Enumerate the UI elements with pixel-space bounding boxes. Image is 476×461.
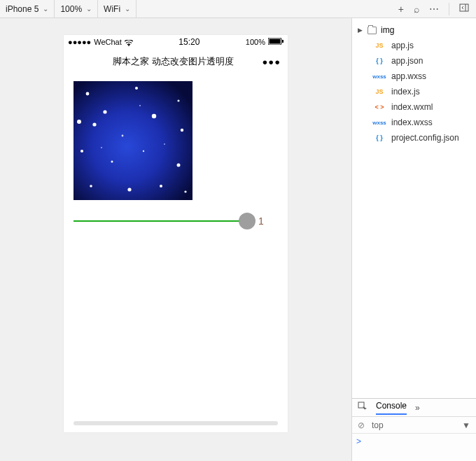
file-name: project.config.json xyxy=(391,133,459,143)
toggle-panel-icon[interactable] xyxy=(459,3,469,15)
file-type-icon: wxss xyxy=(372,73,387,80)
svg-point-14 xyxy=(181,129,183,132)
file-name: app.wxss xyxy=(391,71,426,81)
context-selector[interactable]: top xyxy=(372,420,384,430)
signal-dots: ●●●●● xyxy=(68,38,91,46)
chevron-down-icon: ⌄ xyxy=(125,5,130,13)
slider-value: 1 xyxy=(258,215,264,227)
status-bar: ●●●●● WeChat 15:20 100% xyxy=(64,35,288,49)
clear-console-icon[interactable]: ⊘ xyxy=(358,420,365,430)
chevron-down-icon: ⌄ xyxy=(43,5,48,13)
carrier-label: WeChat xyxy=(94,38,122,46)
svg-point-12 xyxy=(77,120,81,124)
file-type-icon: { } xyxy=(372,57,387,64)
file-name: index.wxss xyxy=(391,118,433,127)
svg-point-18 xyxy=(143,150,144,152)
network-selector[interactable]: WiFi ⌄ xyxy=(104,4,130,14)
svg-point-23 xyxy=(184,190,186,192)
svg-point-21 xyxy=(127,187,131,191)
console-prompt[interactable]: > xyxy=(356,437,361,446)
horizontal-scrollbar[interactable] xyxy=(74,421,278,425)
caret-right-icon: ▶ xyxy=(358,27,363,34)
svg-point-10 xyxy=(103,110,106,113)
file-type-icon: JS xyxy=(372,88,387,95)
file-name: app.json xyxy=(391,56,423,66)
file-row[interactable]: wxssindex.wxss xyxy=(352,115,476,130)
file-row[interactable]: JSindex.js xyxy=(352,84,476,99)
clock-label: 15:20 xyxy=(133,37,246,47)
slider-thumb[interactable] xyxy=(239,213,255,229)
zoom-label: 100% xyxy=(60,4,82,14)
svg-rect-0 xyxy=(460,4,468,11)
file-row[interactable]: < >index.wxml xyxy=(352,99,476,115)
svg-point-15 xyxy=(122,135,124,137)
svg-point-17 xyxy=(111,161,113,163)
svg-point-16 xyxy=(80,150,83,153)
top-toolbar: iPhone 5 ⌄ 100% ⌄ WiFi ⌄ + ⌕ ⋯ xyxy=(0,0,476,18)
folder-icon xyxy=(368,27,377,34)
svg-point-2 xyxy=(128,45,130,46)
demo-image xyxy=(74,81,192,200)
svg-point-25 xyxy=(164,143,165,145)
svg-rect-6 xyxy=(74,81,192,200)
svg-rect-5 xyxy=(282,40,284,43)
file-row[interactable]: { }app.json xyxy=(352,53,476,69)
context-dropdown-icon[interactable]: ▼ xyxy=(391,420,470,430)
file-type-icon: < > xyxy=(372,104,387,111)
folder-row[interactable]: ▶ img xyxy=(352,22,476,38)
wifi-icon xyxy=(125,39,133,45)
element-picker-icon[interactable] xyxy=(358,402,368,413)
file-type-icon: wxss xyxy=(372,120,387,126)
svg-point-8 xyxy=(135,87,138,90)
add-icon[interactable]: + xyxy=(398,3,404,15)
search-icon[interactable]: ⌕ xyxy=(414,3,419,15)
console-panel: Console » ⊘ top ▼ > xyxy=(352,398,476,461)
network-label: WiFi xyxy=(104,4,120,14)
file-name: app.js xyxy=(391,41,414,50)
svg-point-13 xyxy=(152,114,156,118)
opacity-slider[interactable] xyxy=(74,213,247,229)
svg-point-19 xyxy=(177,164,181,167)
battery-label: 100% xyxy=(246,38,265,46)
tab-console[interactable]: Console xyxy=(376,401,407,415)
svg-point-26 xyxy=(139,105,141,106)
simulator-area: ●●●●● WeChat 15:20 100% 脚本之家 动态改变图片透明度 xyxy=(0,18,351,461)
zoom-selector[interactable]: 100% ⌄ xyxy=(60,4,92,14)
device-selector[interactable]: iPhone 5 ⌄ xyxy=(6,4,48,14)
svg-point-24 xyxy=(101,147,102,148)
file-type-icon: { } xyxy=(372,134,387,141)
folder-label: img xyxy=(381,25,394,35)
svg-point-22 xyxy=(90,185,92,187)
nav-menu-icon[interactable]: ●●● xyxy=(262,57,281,67)
device-label: iPhone 5 xyxy=(6,4,38,14)
chevron-down-icon: ⌄ xyxy=(86,5,92,13)
svg-point-9 xyxy=(177,99,179,101)
file-name: index.js xyxy=(391,87,420,97)
svg-rect-4 xyxy=(270,39,281,44)
file-row[interactable]: JSapp.js xyxy=(352,38,476,53)
simulator-frame: ●●●●● WeChat 15:20 100% 脚本之家 动态改变图片透明度 xyxy=(64,35,288,432)
page-title: 脚本之家 动态改变图片透明度 xyxy=(113,55,234,68)
file-type-icon: JS xyxy=(372,42,387,49)
file-explorer: ▶ img JSapp.js{ }app.jsonwxssapp.wxssJSi… xyxy=(352,18,476,398)
battery-icon xyxy=(268,38,284,46)
svg-point-20 xyxy=(160,185,162,187)
file-row[interactable]: wxssapp.wxss xyxy=(352,69,476,84)
more-icon[interactable]: ⋯ xyxy=(429,3,439,15)
file-row[interactable]: { }project.config.json xyxy=(352,130,476,146)
svg-point-7 xyxy=(86,92,90,96)
tabs-overflow-icon[interactable]: » xyxy=(415,403,420,413)
nav-bar: 脚本之家 动态改变图片透明度 ●●● xyxy=(64,49,288,74)
file-name: index.wxml xyxy=(391,102,433,112)
svg-point-11 xyxy=(92,122,96,126)
